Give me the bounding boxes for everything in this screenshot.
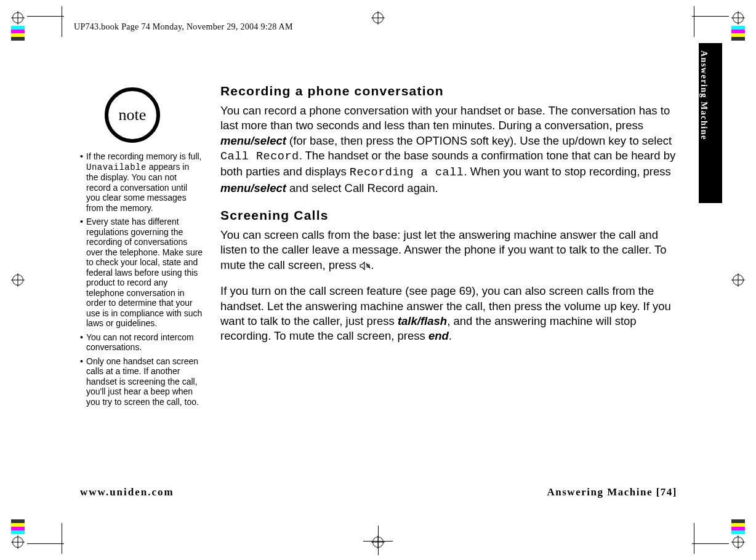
- register-mark-icon: [731, 11, 745, 25]
- note-item: Every state has different regulations go…: [80, 217, 203, 329]
- paragraph: If you turn on the call screen feature (…: [220, 284, 676, 344]
- crop-line: [378, 526, 379, 555]
- crop-line: [27, 16, 64, 17]
- note-badge: note: [105, 87, 160, 143]
- display-text: Recording a call: [350, 166, 464, 179]
- crop-line: [694, 6, 694, 37]
- crop-line: [363, 541, 393, 542]
- register-mark-icon: [11, 535, 25, 549]
- crop-line: [694, 523, 694, 554]
- footer-url: www.uniden.com: [80, 486, 174, 498]
- color-bars-icon: [11, 519, 25, 534]
- register-mark-icon: [11, 273, 25, 287]
- page-footer: www.uniden.com Answering Machine [74]: [80, 486, 677, 498]
- crop-line: [692, 16, 729, 17]
- note-item: Only one handset can screen calls at a t…: [80, 356, 203, 407]
- heading-screening: Screening Calls: [220, 207, 676, 224]
- speaker-mute-icon: [360, 262, 371, 270]
- register-mark-icon: [731, 535, 745, 549]
- paragraph: You can record a phone conversation with…: [220, 103, 676, 196]
- note-sidebar: note If the recording memory is full, Un…: [80, 87, 203, 410]
- color-bars-icon: [731, 519, 745, 534]
- section-tab-label: Answering Machine: [699, 50, 709, 140]
- footer-section-page: Answering Machine [74]: [547, 486, 677, 498]
- note-badge-text: note: [119, 106, 147, 124]
- register-mark-icon: [371, 11, 385, 25]
- heading-recording: Recording a phone conversation: [220, 82, 676, 100]
- key-menu-select: menu/select: [220, 134, 286, 147]
- note-item: You can not record intercom conversation…: [80, 332, 203, 353]
- register-mark-icon: [731, 273, 745, 287]
- running-header: UP743.book Page 74 Monday, November 29, …: [74, 22, 293, 32]
- note-list: If the recording memory is full, Unavail…: [80, 151, 203, 407]
- paragraph: You can screen calls from the base: just…: [220, 228, 676, 273]
- register-mark-icon: [11, 11, 25, 25]
- crop-line: [62, 6, 62, 37]
- crop-line: [27, 543, 64, 544]
- crop-line: [62, 523, 62, 554]
- key-end: end: [428, 329, 449, 342]
- display-text: Call Record: [220, 150, 299, 163]
- crop-line: [692, 543, 729, 544]
- key-menu-select: menu/select: [220, 182, 286, 194]
- note-item: If the recording memory is full, Unavail…: [80, 151, 203, 213]
- color-bars-icon: [731, 26, 745, 41]
- color-bars-icon: [11, 26, 25, 41]
- section-tab: Answering Machine: [699, 43, 722, 203]
- key-talk-flash: talk/flash: [398, 314, 447, 327]
- main-content: Recording a phone conversation You can r…: [220, 82, 676, 355]
